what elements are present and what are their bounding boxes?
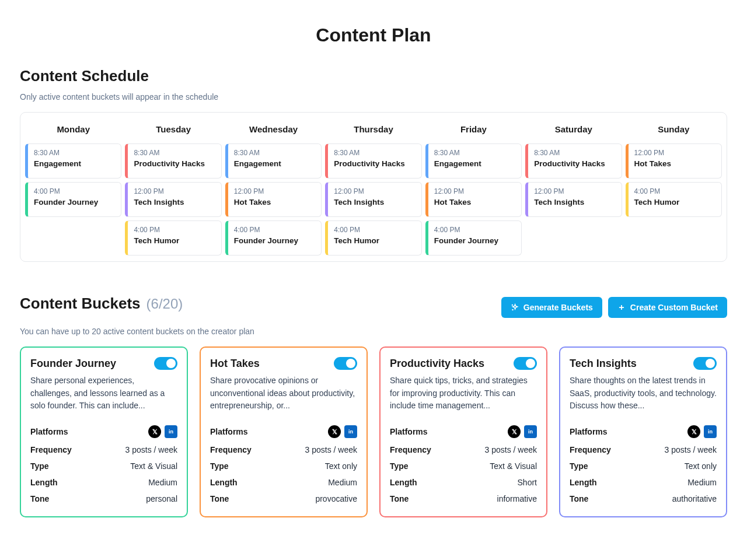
schedule-slot[interactable]: 12:00 PMTech Insights (325, 182, 421, 217)
meta-key: Length (30, 478, 58, 487)
create-bucket-label: Create Custom Bucket (630, 303, 718, 312)
meta-key: Type (210, 461, 229, 471)
slot-time: 8:30 AM (134, 149, 215, 157)
bucket-toggle[interactable] (154, 357, 177, 370)
bucket-title: Hot Takes (210, 358, 260, 370)
schedule-slot[interactable]: 12:00 PMTech Insights (525, 182, 622, 217)
slot-label: Tech Humor (634, 198, 715, 206)
schedule-helper: Only active content buckets will appear … (20, 92, 727, 102)
schedule-slot[interactable]: 12:00 PMHot Takes (425, 182, 522, 217)
bucket-meta-row: Frequency3 posts / week (570, 442, 717, 458)
meta-key: Length (570, 478, 597, 487)
generate-buckets-button[interactable]: Generate Buckets (501, 297, 602, 318)
slot-label: Hot Takes (234, 198, 315, 206)
day-column: 12:00 PMHot Takes4:00 PMTech Humor (626, 144, 722, 256)
slot-time: 12:00 PM (434, 187, 515, 195)
buckets-grid: Founder JourneyShare personal experience… (20, 346, 727, 517)
bucket-meta-row: LengthMedium (210, 474, 357, 491)
schedule-slot[interactable]: 4:00 PMTech Humor (325, 220, 421, 256)
bucket-card[interactable]: Founder JourneyShare personal experience… (20, 346, 188, 517)
schedule-slot[interactable]: 4:00 PMFounder Journey (25, 182, 121, 217)
bucket-description: Share thoughts on the latest trends in S… (570, 374, 717, 412)
schedule-slot[interactable]: 8:30 AMProductivity Hacks (125, 144, 221, 178)
meta-value: 3 posts / week (305, 445, 358, 454)
linkedin-icon: in (165, 425, 177, 438)
slot-time: 8:30 AM (334, 149, 415, 157)
bucket-description: Share provocative opinions or unconventi… (210, 374, 357, 412)
day-header: Tuesday (125, 121, 221, 138)
bucket-toggle[interactable] (693, 357, 717, 370)
meta-value: 3 posts / week (665, 445, 717, 454)
meta-value: Medium (148, 478, 177, 487)
linkedin-icon: in (524, 425, 537, 438)
bucket-top: Hot Takes (210, 357, 357, 370)
day-column: 8:30 AMProductivity Hacks12:00 PMTech In… (125, 144, 221, 256)
slot-time: 12:00 PM (234, 187, 315, 195)
meta-value: Short (518, 478, 537, 487)
schedule-slot[interactable]: 4:00 PMTech Humor (125, 220, 221, 256)
slot-label: Engagement (34, 159, 115, 168)
schedule-day-grid: 8:30 AMEngagement4:00 PMFounder Journey8… (24, 140, 723, 258)
bucket-toggle[interactable] (334, 357, 357, 370)
bucket-meta-row: LengthShort (390, 474, 537, 491)
schedule-slot[interactable]: 4:00 PMFounder Journey (425, 220, 522, 256)
day-header: Sunday (626, 121, 722, 138)
bucket-card[interactable]: Productivity HacksShare quick tips, tric… (379, 346, 547, 517)
create-bucket-button[interactable]: Create Custom Bucket (608, 297, 727, 318)
schedule-slot[interactable]: 8:30 AMProductivity Hacks (525, 144, 622, 178)
meta-value: Text only (325, 461, 357, 471)
slot-label: Tech Humor (134, 236, 215, 245)
meta-key: Type (570, 461, 588, 471)
slot-label: Founder Journey (434, 236, 515, 245)
slot-time: 4:00 PM (34, 187, 115, 195)
schedule-slot[interactable]: 8:30 AMEngagement (225, 144, 322, 178)
meta-value: personal (146, 494, 177, 503)
bucket-title: Productivity Hacks (390, 358, 484, 370)
bucket-meta-row: Toneprovocative (210, 491, 357, 507)
slot-label: Founder Journey (34, 198, 115, 206)
schedule-slot[interactable]: 12:00 PMHot Takes (626, 144, 722, 178)
schedule-slot[interactable]: 12:00 PMHot Takes (225, 182, 322, 217)
schedule-slot[interactable]: 4:00 PMTech Humor (626, 182, 722, 217)
schedule-slot[interactable]: 4:00 PMFounder Journey (225, 220, 322, 256)
bucket-meta-row: Frequency3 posts / week (390, 442, 537, 458)
slot-time: 4:00 PM (634, 187, 715, 195)
meta-key: Tone (570, 494, 588, 503)
slot-label: Productivity Hacks (134, 159, 215, 168)
meta-key: Frequency (210, 445, 252, 454)
linkedin-icon: in (344, 425, 357, 438)
meta-key: Platforms (390, 427, 428, 436)
bucket-meta-row: Platforms𝕏in (570, 422, 717, 442)
slot-time: 8:30 AM (434, 149, 515, 157)
meta-key: Type (390, 461, 409, 471)
schedule-slot[interactable]: 12:00 PMTech Insights (125, 182, 221, 217)
slot-time: 4:00 PM (134, 226, 215, 234)
x-icon: 𝕏 (148, 425, 161, 438)
x-icon: 𝕏 (687, 425, 700, 438)
slot-label: Engagement (434, 159, 515, 168)
bucket-top: Productivity Hacks (390, 357, 537, 370)
buckets-helper: You can have up to 20 active content buc… (20, 327, 727, 336)
schedule-slot[interactable]: 8:30 AMEngagement (25, 144, 121, 178)
slot-time: 12:00 PM (334, 187, 415, 195)
bucket-toggle[interactable] (514, 357, 537, 370)
slot-label: Tech Humor (334, 236, 415, 245)
meta-key: Tone (210, 494, 229, 503)
meta-key: Length (390, 478, 417, 487)
bucket-meta-row: TypeText only (210, 458, 357, 474)
meta-key: Platforms (210, 427, 248, 436)
slot-label: Tech Insights (334, 198, 415, 206)
slot-label: Engagement (234, 159, 315, 168)
slot-label: Productivity Hacks (534, 159, 615, 168)
bucket-meta-row: TypeText only (570, 458, 717, 474)
bucket-meta-row: Platforms𝕏in (390, 422, 537, 442)
bucket-card[interactable]: Tech InsightsShare thoughts on the lates… (559, 346, 727, 517)
meta-key: Frequency (30, 445, 72, 454)
schedule-slot[interactable]: 8:30 AMEngagement (425, 144, 522, 178)
sparkle-icon (511, 303, 519, 312)
bucket-card[interactable]: Hot TakesShare provocative opinions or u… (200, 346, 368, 517)
meta-value: provocative (315, 494, 357, 503)
schedule-slot[interactable]: 8:30 AMProductivity Hacks (325, 144, 421, 178)
bucket-top: Founder Journey (30, 357, 177, 370)
meta-value: 3 posts / week (485, 445, 537, 454)
